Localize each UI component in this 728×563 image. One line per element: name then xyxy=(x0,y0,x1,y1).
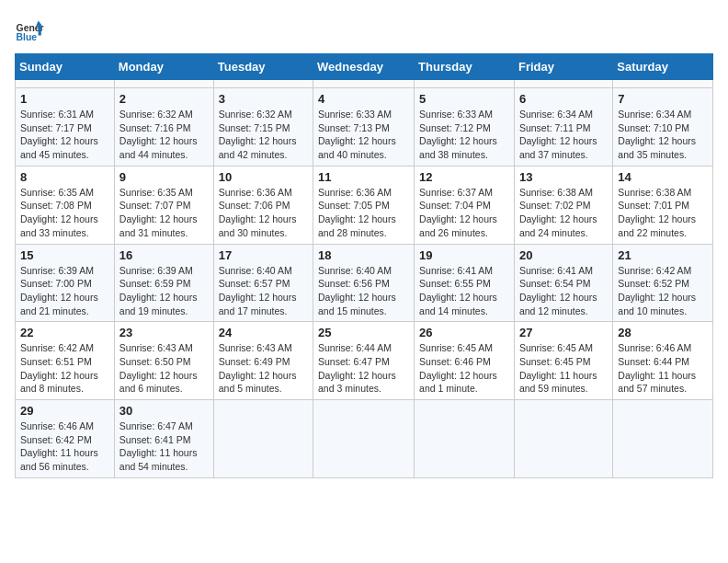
day-info: Sunrise: 6:45 AMSunset: 6:45 PMDaylight:… xyxy=(519,341,608,396)
calendar-cell: 11Sunrise: 6:36 AMSunset: 7:05 PMDayligh… xyxy=(313,166,415,244)
day-number: 9 xyxy=(119,170,209,184)
day-info: Sunrise: 6:38 AMSunset: 7:01 PMDaylight:… xyxy=(618,186,708,240)
calendar-cell: 15Sunrise: 6:39 AMSunset: 7:00 PMDayligh… xyxy=(16,244,115,322)
calendar-cell: 17Sunrise: 6:40 AMSunset: 6:57 PMDayligh… xyxy=(213,244,313,322)
day-number: 21 xyxy=(618,248,708,262)
day-info: Sunrise: 6:41 AMSunset: 6:55 PMDaylight:… xyxy=(419,264,509,318)
day-number: 4 xyxy=(318,92,409,106)
calendar-cell: 7Sunrise: 6:34 AMSunset: 7:10 PMDaylight… xyxy=(613,88,713,167)
day-number: 3 xyxy=(219,92,308,106)
calendar-week-row: 8Sunrise: 6:35 AMSunset: 7:08 PMDaylight… xyxy=(16,166,713,244)
day-number: 15 xyxy=(20,248,109,262)
calendar-cell: 12Sunrise: 6:37 AMSunset: 7:04 PMDayligh… xyxy=(415,166,515,244)
day-info: Sunrise: 6:39 AMSunset: 7:00 PMDaylight:… xyxy=(20,264,109,318)
day-number: 24 xyxy=(219,326,308,339)
day-number: 10 xyxy=(219,170,308,184)
day-info: Sunrise: 6:43 AMSunset: 6:50 PMDaylight:… xyxy=(119,341,209,396)
calendar-cell: 16Sunrise: 6:39 AMSunset: 6:59 PMDayligh… xyxy=(114,244,213,322)
calendar-cell: 13Sunrise: 6:38 AMSunset: 7:02 PMDayligh… xyxy=(514,166,612,244)
calendar-week-row xyxy=(16,80,713,88)
day-info: Sunrise: 6:40 AMSunset: 6:56 PMDaylight:… xyxy=(318,264,409,318)
day-number: 6 xyxy=(519,92,608,106)
day-number: 13 xyxy=(519,170,608,184)
calendar-cell xyxy=(613,80,713,88)
svg-text:Blue: Blue xyxy=(17,32,38,42)
calendar-cell: 14Sunrise: 6:38 AMSunset: 7:01 PMDayligh… xyxy=(613,166,713,244)
day-info: Sunrise: 6:35 AMSunset: 7:07 PMDaylight:… xyxy=(119,186,209,240)
day-number: 1 xyxy=(20,92,109,106)
day-number: 11 xyxy=(318,170,409,184)
calendar-cell xyxy=(114,80,213,88)
calendar-cell xyxy=(514,80,612,88)
calendar-cell: 25Sunrise: 6:44 AMSunset: 6:47 PMDayligh… xyxy=(313,322,415,400)
day-info: Sunrise: 6:36 AMSunset: 7:05 PMDaylight:… xyxy=(318,186,409,240)
calendar-cell: 8Sunrise: 6:35 AMSunset: 7:08 PMDaylight… xyxy=(16,166,115,244)
day-info: Sunrise: 6:35 AMSunset: 7:08 PMDaylight:… xyxy=(20,186,109,240)
calendar-cell: 5Sunrise: 6:33 AMSunset: 7:12 PMDaylight… xyxy=(415,88,515,167)
logo-icon: General Blue xyxy=(15,15,44,44)
day-number: 25 xyxy=(318,326,409,339)
day-number: 20 xyxy=(519,248,608,262)
calendar-cell: 10Sunrise: 6:36 AMSunset: 7:06 PMDayligh… xyxy=(213,166,313,244)
day-info: Sunrise: 6:36 AMSunset: 7:06 PMDaylight:… xyxy=(219,186,308,240)
day-number: 29 xyxy=(20,404,109,418)
calendar-cell xyxy=(415,80,515,88)
day-info: Sunrise: 6:41 AMSunset: 6:54 PMDaylight:… xyxy=(519,264,608,318)
calendar-cell: 20Sunrise: 6:41 AMSunset: 6:54 PMDayligh… xyxy=(514,244,612,322)
calendar-cell xyxy=(313,80,415,88)
day-info: Sunrise: 6:39 AMSunset: 6:59 PMDaylight:… xyxy=(119,264,209,318)
calendar-cell: 4Sunrise: 6:33 AMSunset: 7:13 PMDaylight… xyxy=(313,88,415,167)
calendar-week-row: 29Sunrise: 6:46 AMSunset: 6:42 PMDayligh… xyxy=(16,400,713,478)
column-header-thursday: Thursday xyxy=(415,54,515,80)
calendar-header-row: SundayMondayTuesdayWednesdayThursdayFrid… xyxy=(16,54,713,80)
day-info: Sunrise: 6:37 AMSunset: 7:04 PMDaylight:… xyxy=(419,186,509,240)
day-number: 27 xyxy=(519,326,608,339)
calendar-cell xyxy=(16,80,115,88)
day-info: Sunrise: 6:31 AMSunset: 7:17 PMDaylight:… xyxy=(20,108,109,162)
day-number: 19 xyxy=(419,248,509,262)
calendar-cell: 2Sunrise: 6:32 AMSunset: 7:16 PMDaylight… xyxy=(114,88,213,167)
calendar-cell: 6Sunrise: 6:34 AMSunset: 7:11 PMDaylight… xyxy=(514,88,612,167)
calendar-cell xyxy=(514,400,612,478)
day-info: Sunrise: 6:33 AMSunset: 7:13 PMDaylight:… xyxy=(318,108,409,162)
calendar-cell: 22Sunrise: 6:42 AMSunset: 6:51 PMDayligh… xyxy=(16,322,115,400)
day-info: Sunrise: 6:47 AMSunset: 6:41 PMDaylight:… xyxy=(119,419,209,474)
day-number: 22 xyxy=(20,326,109,339)
day-info: Sunrise: 6:44 AMSunset: 6:47 PMDaylight:… xyxy=(318,341,409,396)
day-number: 14 xyxy=(618,170,708,184)
day-info: Sunrise: 6:42 AMSunset: 6:52 PMDaylight:… xyxy=(618,264,708,318)
calendar-cell xyxy=(213,80,313,88)
day-number: 7 xyxy=(618,92,708,106)
column-header-tuesday: Tuesday xyxy=(213,54,313,80)
calendar-cell xyxy=(313,400,415,478)
calendar-cell: 3Sunrise: 6:32 AMSunset: 7:15 PMDaylight… xyxy=(213,88,313,167)
day-info: Sunrise: 6:38 AMSunset: 7:02 PMDaylight:… xyxy=(519,186,608,240)
day-number: 26 xyxy=(419,326,509,339)
day-number: 2 xyxy=(119,92,209,106)
day-number: 18 xyxy=(318,248,409,262)
logo: General Blue xyxy=(15,15,44,44)
day-info: Sunrise: 6:42 AMSunset: 6:51 PMDaylight:… xyxy=(20,341,109,396)
day-number: 12 xyxy=(419,170,509,184)
calendar-table: SundayMondayTuesdayWednesdayThursdayFrid… xyxy=(15,53,713,478)
day-info: Sunrise: 6:45 AMSunset: 6:46 PMDaylight:… xyxy=(419,341,509,396)
calendar-cell: 26Sunrise: 6:45 AMSunset: 6:46 PMDayligh… xyxy=(415,322,515,400)
calendar-cell: 29Sunrise: 6:46 AMSunset: 6:42 PMDayligh… xyxy=(16,400,115,478)
day-number: 5 xyxy=(419,92,509,106)
day-info: Sunrise: 6:43 AMSunset: 6:49 PMDaylight:… xyxy=(219,341,308,396)
day-info: Sunrise: 6:32 AMSunset: 7:15 PMDaylight:… xyxy=(219,108,308,162)
column-header-saturday: Saturday xyxy=(613,54,713,80)
day-number: 28 xyxy=(618,326,708,339)
day-info: Sunrise: 6:46 AMSunset: 6:44 PMDaylight:… xyxy=(618,341,708,396)
page-header: General Blue xyxy=(15,15,713,44)
day-info: Sunrise: 6:40 AMSunset: 6:57 PMDaylight:… xyxy=(219,264,308,318)
calendar-cell: 28Sunrise: 6:46 AMSunset: 6:44 PMDayligh… xyxy=(613,322,713,400)
day-info: Sunrise: 6:33 AMSunset: 7:12 PMDaylight:… xyxy=(419,108,509,162)
column-header-wednesday: Wednesday xyxy=(313,54,415,80)
calendar-cell: 23Sunrise: 6:43 AMSunset: 6:50 PMDayligh… xyxy=(114,322,213,400)
calendar-cell: 18Sunrise: 6:40 AMSunset: 6:56 PMDayligh… xyxy=(313,244,415,322)
calendar-week-row: 15Sunrise: 6:39 AMSunset: 7:00 PMDayligh… xyxy=(16,244,713,322)
day-info: Sunrise: 6:46 AMSunset: 6:42 PMDaylight:… xyxy=(20,419,109,474)
day-info: Sunrise: 6:32 AMSunset: 7:16 PMDaylight:… xyxy=(119,108,209,162)
calendar-cell xyxy=(213,400,313,478)
